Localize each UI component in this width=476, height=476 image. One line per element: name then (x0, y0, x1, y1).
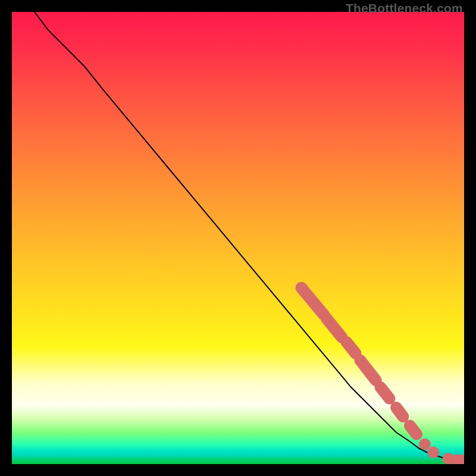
marker-segment (301, 288, 324, 315)
marker-segment (346, 342, 355, 353)
marker-segment (360, 360, 376, 380)
chart-svg (12, 12, 464, 464)
marker-layer (301, 288, 464, 464)
marker-dot (419, 439, 431, 450)
chart-frame: TheBottleneck.com (0, 0, 476, 476)
bottleneck-curve (35, 12, 464, 461)
marker-segment (396, 408, 403, 416)
marker-segment (326, 318, 342, 338)
watermark-text: TheBottleneck.com (346, 1, 463, 15)
marker-segment (380, 387, 389, 399)
marker-dot (427, 446, 439, 458)
curve-layer (35, 12, 464, 461)
marker-segment (410, 425, 416, 434)
